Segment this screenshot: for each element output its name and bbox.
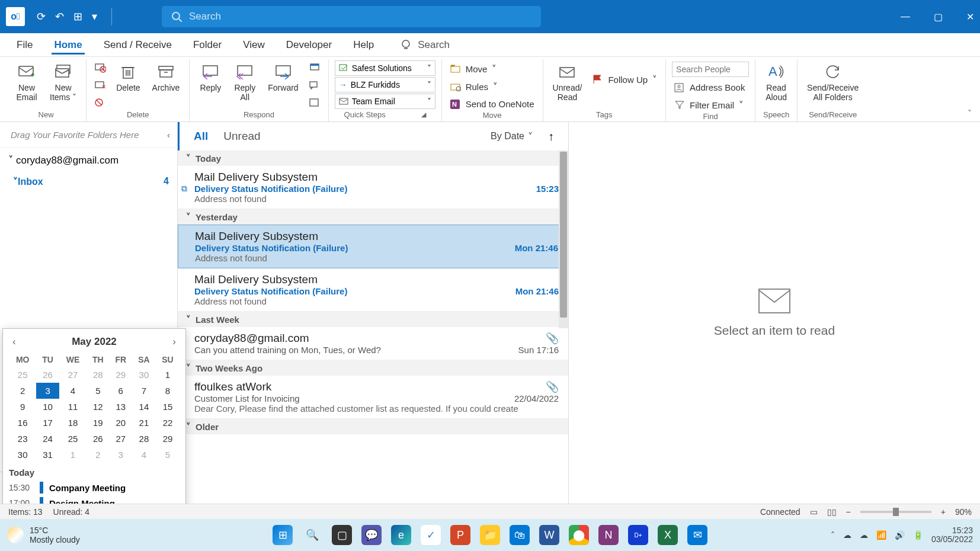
quickstep-3[interactable]: Team Email˅ bbox=[335, 94, 435, 109]
delete-button[interactable]: Delete bbox=[113, 60, 143, 95]
move-button[interactable]: Move ˅ bbox=[448, 62, 537, 76]
account-header[interactable]: ˅coryday88@gmail.com bbox=[0, 148, 177, 172]
disney-icon[interactable]: D+ bbox=[628, 525, 648, 545]
read-aloud-button[interactable]: ARead Aloud bbox=[761, 60, 791, 104]
zoom-out-icon[interactable]: − bbox=[846, 507, 851, 517]
message-item[interactable]: 📎 ffoulkes atWork Customer List for Invo… bbox=[178, 376, 568, 419]
outlook-taskbar-icon[interactable]: ✉ bbox=[687, 525, 707, 545]
store-icon[interactable]: 🛍 bbox=[510, 525, 530, 545]
edge-icon[interactable]: e bbox=[391, 525, 411, 545]
undo-icon[interactable]: ↶ bbox=[55, 10, 64, 23]
archive-button[interactable]: Archive bbox=[149, 60, 184, 95]
date-group-today[interactable]: ˅ Today bbox=[178, 150, 568, 166]
more-respond-button[interactable] bbox=[307, 96, 322, 110]
word-icon[interactable]: W bbox=[539, 525, 559, 545]
quicksteps-launcher-icon[interactable]: ◢ bbox=[421, 111, 426, 118]
follow-up-button[interactable]: Follow Up ˅ bbox=[590, 72, 659, 87]
start-icon[interactable]: ⊞ bbox=[273, 525, 293, 545]
send-receive-all-button[interactable]: Send/Receive All Folders bbox=[803, 60, 862, 104]
global-search[interactable] bbox=[162, 6, 541, 27]
quickstep-1[interactable]: Safest Solutions˅ bbox=[335, 60, 435, 76]
taskbar-weather[interactable]: 15°CMostly cloudy bbox=[7, 526, 80, 544]
zoom-in-icon[interactable]: + bbox=[941, 507, 946, 517]
filter-unread[interactable]: Unread bbox=[223, 130, 260, 143]
forward-im-button[interactable] bbox=[307, 78, 322, 92]
tab-developer[interactable]: Developer bbox=[284, 36, 335, 55]
scrollbar-thumb[interactable] bbox=[560, 152, 567, 318]
taskbar-clock[interactable]: 15:2303/05/2022 bbox=[931, 526, 973, 544]
scrollbar[interactable] bbox=[559, 150, 568, 328]
date-group-older[interactable]: ˅ Older bbox=[178, 419, 568, 434]
onenote-icon[interactable]: N bbox=[598, 525, 619, 545]
tray-volume-icon[interactable]: 🔊 bbox=[895, 530, 905, 540]
reply-all-button[interactable]: Reply All bbox=[230, 60, 260, 104]
view-reading-icon[interactable]: ▯▯ bbox=[827, 507, 837, 517]
tell-me[interactable]: Search bbox=[400, 39, 450, 51]
new-email-button[interactable]: New Email bbox=[12, 60, 41, 104]
tab-help[interactable]: Help bbox=[351, 36, 376, 55]
folder-inbox[interactable]: ˅Inbox4 bbox=[0, 172, 177, 191]
prev-month-icon[interactable]: ‹ bbox=[12, 336, 16, 348]
tab-view[interactable]: View bbox=[241, 36, 267, 55]
excel-icon[interactable]: X bbox=[658, 525, 678, 545]
search-people-input[interactable] bbox=[672, 62, 749, 77]
date-group-lastweek[interactable]: ˅ Last Week bbox=[178, 312, 568, 327]
quickstep-2[interactable]: →BLZ Furkidds˅ bbox=[335, 77, 435, 92]
chrome-icon[interactable]: ⬤ bbox=[569, 525, 589, 545]
sync-icon[interactable]: ⟳ bbox=[37, 10, 46, 23]
cleanup-button[interactable]: ✕ bbox=[92, 78, 108, 92]
calendar-today[interactable]: 3 bbox=[36, 383, 59, 399]
appointment-item[interactable]: 17:00Design Meeting bbox=[9, 495, 180, 504]
explorer-icon[interactable]: 📁 bbox=[480, 525, 500, 545]
taskbar-search-icon[interactable]: 🔍 bbox=[302, 525, 322, 545]
maximize-icon[interactable]: ▢ bbox=[934, 11, 943, 23]
junk-button[interactable] bbox=[92, 96, 108, 110]
address-book-button[interactable]: Address Book bbox=[672, 81, 749, 94]
tray-battery-icon[interactable]: 🔋 bbox=[913, 530, 923, 540]
filter-email-button[interactable]: Filter Email ˅ bbox=[672, 98, 749, 112]
tab-file[interactable]: File bbox=[14, 36, 35, 55]
qat-dropdown-icon[interactable]: ▾ bbox=[92, 10, 97, 23]
unread-read-button[interactable]: Unread/ Read bbox=[549, 60, 586, 104]
send-to-onenote-button[interactable]: NSend to OneNote bbox=[448, 97, 537, 111]
message-item[interactable]: Mail Delivery Subsystem Delivery Status … bbox=[178, 268, 568, 312]
tab-home[interactable]: Home bbox=[52, 36, 84, 55]
quick-steps-gallery[interactable]: Safest Solutions˅ →BLZ Furkidds˅ Team Em… bbox=[335, 60, 435, 110]
ignore-button[interactable] bbox=[92, 60, 108, 75]
delete-label: Delete bbox=[116, 83, 140, 92]
chat-icon[interactable]: 💬 bbox=[361, 525, 382, 545]
todo-icon[interactable]: ✓ bbox=[421, 525, 441, 545]
date-group-twoweeks[interactable]: ˅ Two Weeks Ago bbox=[178, 360, 568, 376]
tray-onedrive-icon[interactable]: ☁ bbox=[843, 530, 851, 540]
tray-onedrive2-icon[interactable]: ☁ bbox=[860, 530, 868, 540]
favorites-dropzone[interactable]: Drag Your Favorite Folders Here‹ bbox=[0, 122, 177, 148]
view-normal-icon[interactable]: ▭ bbox=[810, 507, 818, 517]
task-view-icon[interactable]: ▢ bbox=[332, 525, 352, 545]
appointment-item[interactable]: 15:30Company Meeting bbox=[9, 480, 180, 495]
apps-icon[interactable]: ⊞ bbox=[73, 10, 82, 23]
message-item-selected[interactable]: Mail Delivery Subsystem Delivery Status … bbox=[178, 225, 568, 268]
new-items-button[interactable]: New Items ˅ bbox=[46, 60, 80, 104]
reply-button[interactable]: Reply bbox=[196, 60, 225, 95]
tray-chevron-icon[interactable]: ˄ bbox=[831, 530, 835, 540]
forward-button[interactable]: Forward bbox=[264, 60, 302, 95]
tab-sendreceive[interactable]: Send / Receive bbox=[101, 36, 174, 55]
message-item[interactable]: ⧉ Mail Delivery Subsystem Delivery Statu… bbox=[178, 166, 568, 209]
zoom-slider[interactable] bbox=[860, 511, 931, 513]
date-group-yesterday[interactable]: ˅ Yesterday bbox=[178, 209, 568, 225]
powerpoint-icon[interactable]: P bbox=[450, 525, 470, 545]
next-month-icon[interactable]: › bbox=[172, 336, 176, 348]
tray-wifi-icon[interactable]: 📶 bbox=[876, 530, 886, 540]
minimize-icon[interactable]: — bbox=[901, 11, 910, 23]
close-icon[interactable]: ✕ bbox=[966, 11, 974, 23]
meeting-button[interactable] bbox=[307, 60, 322, 75]
search-input[interactable] bbox=[189, 11, 531, 23]
collapse-folder-pane-icon[interactable]: ‹ bbox=[167, 130, 170, 140]
collapse-ribbon-icon[interactable]: ˅ bbox=[968, 108, 972, 118]
sort-by-date[interactable]: By Date ˅ bbox=[491, 131, 533, 142]
sort-direction-icon[interactable]: ↑ bbox=[548, 130, 554, 143]
rules-button[interactable]: Rules ˅ bbox=[448, 79, 537, 94]
tab-folder[interactable]: Folder bbox=[191, 36, 224, 55]
filter-all[interactable]: All bbox=[194, 130, 208, 143]
message-item[interactable]: 📎 coryday88@gmail.com Can you attend tra… bbox=[178, 327, 568, 360]
